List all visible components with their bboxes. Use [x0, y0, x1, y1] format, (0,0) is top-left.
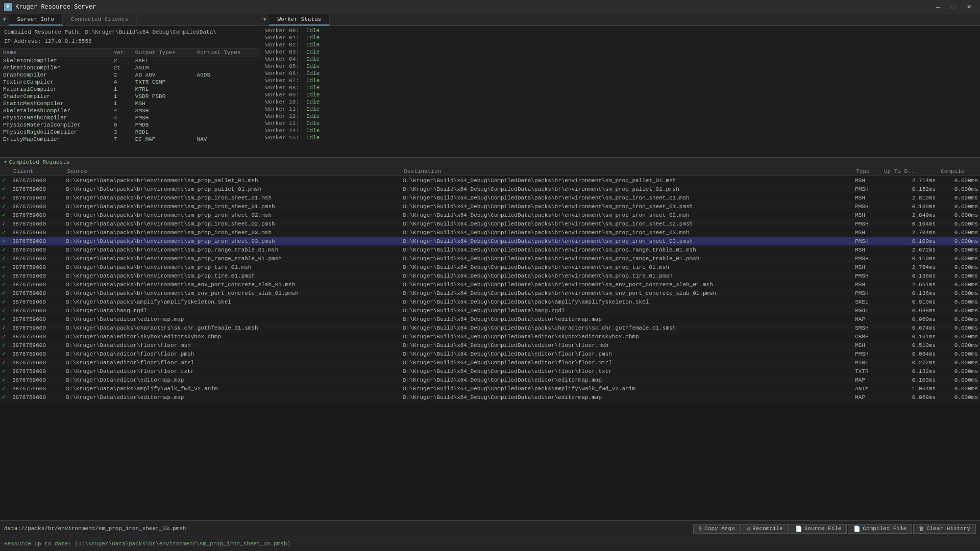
compiler-row[interactable]: StaticMeshCompiler 1 MSH [0, 100, 260, 107]
clear-history-button[interactable]: 🗑 Clear History [913, 524, 976, 534]
request-row[interactable]: ✓ 3876759600 D:\Kruger\Data\packs\amplif… [0, 297, 980, 306]
source-file-button[interactable]: 📄 Source File [790, 524, 847, 534]
worker-status: Idle [306, 49, 320, 55]
compiler-row[interactable]: PhysicsRagdollCompiler 3 RGDL [0, 129, 260, 136]
close-button[interactable]: ✕ [962, 2, 976, 12]
compiler-virtual [194, 86, 260, 93]
request-row[interactable]: ✓ 3876759600 D:\Kruger\Data\packs\br\env… [0, 237, 980, 245]
compiler-output: VSDR PSDR [132, 93, 194, 100]
request-row[interactable]: ✓ 3876759600 D:\Kruger\Data\packs\br\env… [0, 185, 980, 193]
compiler-output: MSH [132, 100, 194, 107]
compile-cell: 0.000ms [938, 237, 980, 245]
request-row[interactable]: ✓ 3876759600 D:\Kruger\Data\packs\amplif… [0, 384, 980, 393]
copy-icon: ⎘ [699, 525, 702, 532]
worker-status: Idle [306, 28, 320, 34]
compiler-row[interactable]: GraphCompiler 2 AG AGV AGDS [0, 71, 260, 79]
minimize-button[interactable]: ─ [931, 2, 945, 12]
source-cell: D:\Kruger\Data\packs\br\environment\sm_p… [64, 193, 401, 202]
request-row[interactable]: ✓ 3876759600 D:\Kruger\Data\packs\charac… [0, 323, 980, 332]
compiler-ver: 7 [111, 136, 132, 143]
requests-table-container[interactable]: Client Source Destination Type Up To D..… [0, 167, 980, 520]
request-row[interactable]: ✓ 3876759600 D:\Kruger\Data\packs\br\env… [0, 228, 980, 237]
request-row[interactable]: ✓ 3876759600 D:\Kruger\Data\editor\skybo… [0, 332, 980, 341]
request-row[interactable]: ✓ 3876759600 D:\Kruger\Data\editor\edito… [0, 393, 980, 402]
dest-cell: D:\Kruger\Build\x64_Debug\CompiledData\e… [401, 367, 853, 375]
request-row[interactable]: ✓ 3876759600 D:\Kruger\Data\packs\br\env… [0, 245, 980, 254]
client-cell: 3876759600 [10, 193, 64, 202]
compile-cell: 0.000ms [938, 211, 980, 219]
worker-row: Worker 04:Idle [260, 56, 980, 63]
dest-cell: D:\Kruger\Build\x64_Debug\CompiledData\e… [401, 315, 853, 323]
request-row[interactable]: ✓ 3876759600 D:\Kruger\Data\packs\br\env… [0, 176, 980, 185]
compile-cell: 0.000ms [938, 280, 980, 289]
compiler-row[interactable]: EntityMapCompiler 7 EC MAP NAV [0, 136, 260, 143]
request-row[interactable]: ✓ 3876759600 D:\Kruger\Data\packs\br\env… [0, 263, 980, 271]
worker-label: Worker 09: [265, 92, 306, 98]
client-cell: 3876759600 [10, 306, 64, 315]
client-cell: 3876759600 [10, 384, 64, 393]
compiler-row[interactable]: SkeletonCompiler 2 SKEL [0, 57, 260, 65]
request-row[interactable]: ✓ 3876759600 D:\Kruger\Data\editor\floor… [0, 341, 980, 349]
compiler-row[interactable]: ShaderCompiler 1 VSDR PSDR [0, 93, 260, 100]
request-row[interactable]: ✓ 3876759600 D:\Kruger\Data\editor\edito… [0, 315, 980, 323]
source-cell: D:\Kruger\Data\packs\br\environment\sm_p… [64, 176, 401, 185]
type-cell: PMSH [853, 289, 881, 297]
compile-cell: 0.000ms [938, 289, 980, 297]
request-row[interactable]: ✓ 3876759600 D:\Kruger\Data\editor\floor… [0, 367, 980, 375]
compiler-row[interactable]: PhysicsMeshCompiler 4 PMSH [0, 114, 260, 121]
type-cell: MSH [853, 341, 881, 349]
check-cell: ✓ [0, 271, 10, 280]
source-cell: D:\Kruger\Data\packs\br\environment\sm_e… [64, 289, 401, 297]
maximize-button[interactable]: □ [946, 2, 961, 12]
worker-label: Worker 12: [265, 113, 306, 119]
uptodate-cell: 2.704ms [881, 228, 938, 237]
request-row[interactable]: ✓ 3876759600 D:\Kruger\Data\packs\br\env… [0, 254, 980, 263]
compiler-row[interactable]: SkeletalMeshCompiler 4 SMSH [0, 107, 260, 114]
request-row[interactable]: ✓ 3876759600 D:\Kruger\Data\packs\br\env… [0, 193, 980, 202]
client-cell: 3876759600 [10, 323, 64, 332]
compiler-virtual: NAV [194, 136, 260, 143]
recompile-button[interactable]: ⚙ Recompile [742, 524, 789, 534]
request-row[interactable]: ✓ 3876759600 D:\Kruger\Data\packs\br\env… [0, 219, 980, 228]
request-row[interactable]: ✓ 3876759600 D:\Kruger\Data\editor\edito… [0, 375, 980, 384]
uptodate-cell: 2.672ms [881, 245, 938, 254]
request-row[interactable]: ✓ 3876759600 D:\Kruger\Data\hang.rgdl D:… [0, 306, 980, 315]
compiler-row[interactable]: TextureCompiler 4 TXTR CBMP [0, 79, 260, 86]
worker-status: Idle [306, 135, 320, 141]
worker-status: Idle [306, 42, 320, 48]
dest-cell: D:\Kruger\Build\x64_Debug\CompiledData\p… [401, 176, 853, 185]
request-row[interactable]: ✓ 3876759600 D:\Kruger\Data\packs\br\env… [0, 271, 980, 280]
source-cell: D:\Kruger\Data\packs\br\environment\sm_p… [64, 263, 401, 271]
compiler-row[interactable]: PhysicsMaterialCompiler 0 PMDB [0, 121, 260, 129]
statusbar-top: data://packs/br/environment/sm_prop_iron… [0, 521, 980, 537]
tab-connected-clients[interactable]: Connected Clients [63, 14, 137, 26]
dest-cell: D:\Kruger\Build\x64_Debug\CompiledData\p… [401, 323, 853, 332]
uptodate-cell: 0.674ms [881, 323, 938, 332]
completed-title: Completed Requests [9, 159, 69, 165]
col-output: Output Types [132, 48, 194, 57]
copy-args-button[interactable]: ⎘ Copy Args [693, 524, 740, 534]
type-cell: MAP [853, 375, 881, 384]
client-cell: 3876759600 [10, 280, 64, 289]
request-row[interactable]: ✓ 3876759600 D:\Kruger\Data\editor\floor… [0, 349, 980, 358]
request-row[interactable]: ✓ 3876759600 D:\Kruger\Data\packs\br\env… [0, 280, 980, 289]
tab-worker-status[interactable]: Worker Status [269, 14, 330, 26]
request-row[interactable]: ✓ 3876759600 D:\Kruger\Data\packs\br\env… [0, 289, 980, 297]
tab-server-info[interactable]: Server Info [9, 14, 63, 26]
compiler-row[interactable]: MaterialCompiler 1 MTRL [0, 86, 260, 93]
source-cell: D:\Kruger\Data\packs\br\environment\sm_p… [64, 237, 401, 245]
worker-label: Worker 10: [265, 99, 306, 105]
check-cell: ✓ [0, 341, 10, 349]
compiler-row[interactable]: AnimationCompiler 21 ANIM [0, 64, 260, 71]
compiler-output: PMSH [132, 114, 194, 121]
request-row[interactable]: ✓ 3876759600 D:\Kruger\Data\packs\br\env… [0, 211, 980, 219]
dest-cell: D:\Kruger\Build\x64_Debug\CompiledData\e… [401, 349, 853, 358]
compiled-file-button[interactable]: 📄 Compiled File [848, 524, 912, 534]
compiler-virtual [194, 93, 260, 100]
source-file-label: Source File [804, 525, 842, 532]
request-row[interactable]: ✓ 3876759600 D:\Kruger\Data\editor\floor… [0, 358, 980, 367]
source-cell: D:\Kruger\Data\packs\br\environment\sm_p… [64, 228, 401, 237]
request-row[interactable]: ✓ 3876759600 D:\Kruger\Data\packs\br\env… [0, 202, 980, 211]
clear-history-label: Clear History [926, 525, 970, 532]
client-cell: 3876759600 [10, 228, 64, 237]
